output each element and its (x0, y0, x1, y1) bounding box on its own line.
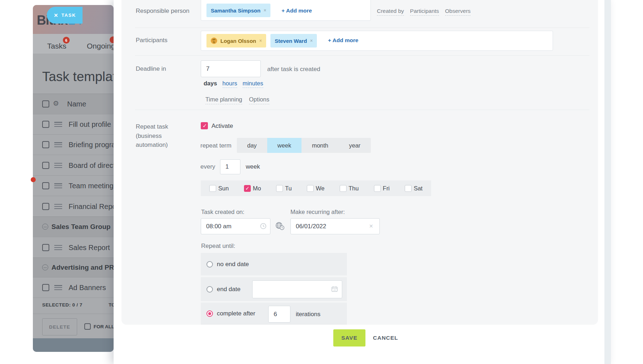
unit-minutes[interactable]: minutes (243, 80, 263, 88)
drag-handle-icon[interactable] (54, 245, 62, 250)
row-label: Board of director (69, 161, 114, 169)
table-row[interactable]: Board of director (33, 155, 114, 175)
every-input[interactable] (220, 159, 240, 174)
term-day[interactable]: day (237, 138, 267, 153)
term-month[interactable]: month (301, 138, 339, 153)
row-checkbox[interactable] (42, 141, 49, 148)
weekday-checkbox[interactable] (276, 185, 283, 192)
group-label: Advertising and PR (51, 264, 114, 271)
cancel-button[interactable]: CANCEL (373, 329, 398, 346)
weekday-checkbox[interactable] (244, 185, 251, 192)
close-icon[interactable]: × (54, 12, 58, 19)
deadline-input[interactable] (201, 60, 261, 77)
collapse-icon[interactable] (42, 224, 48, 230)
table-row[interactable]: Team meeting ag (33, 175, 114, 196)
drag-handle-icon[interactable] (54, 122, 62, 127)
tab-options[interactable]: Options (249, 96, 269, 104)
row-label: Ad Banners (69, 284, 106, 292)
remove-icon[interactable]: × (310, 38, 313, 43)
activate-checkbox[interactable] (201, 122, 208, 129)
weekday-sat[interactable]: Sat (405, 185, 423, 192)
weekday-thu[interactable]: Thu (340, 185, 359, 192)
collapse-icon[interactable] (42, 264, 48, 270)
row-label: Briefing program (69, 141, 114, 149)
observers-link[interactable]: Observers (445, 8, 471, 16)
weekday-sun[interactable]: Sun (209, 185, 229, 192)
iterations-input[interactable] (268, 306, 290, 323)
weekday-mo[interactable]: Mo (244, 185, 261, 192)
row-checkbox[interactable] (42, 284, 49, 291)
until-option-no-end-date[interactable]: no end date (201, 253, 347, 275)
table-row[interactable]: Financial Report (33, 196, 114, 216)
task-template-slider: Responsible person Samantha Simpson × + … (114, 0, 611, 364)
drag-handle-icon[interactable] (54, 163, 62, 168)
weekday-fri[interactable]: Fri (374, 185, 390, 192)
repeat-task-label: Repeat task (business automation) (136, 122, 168, 150)
tab-tasks[interactable]: Tasks (47, 42, 66, 50)
participants-link[interactable]: Participants (410, 8, 439, 16)
term-year[interactable]: year (339, 138, 371, 153)
drag-handle-icon[interactable] (54, 142, 62, 147)
table-row[interactable]: Sales Report (33, 237, 114, 258)
term-week[interactable]: week (267, 138, 302, 153)
row-label: Team meeting ag (69, 182, 114, 190)
unit-hours[interactable]: hours (223, 80, 237, 88)
row-checkbox[interactable] (42, 244, 49, 251)
weekday-checkbox[interactable] (340, 185, 347, 192)
row-checkbox[interactable] (42, 182, 49, 189)
calendar-icon[interactable]: 24 (332, 286, 338, 292)
clear-icon[interactable]: ✕ (369, 223, 373, 229)
weekday-tu[interactable]: Tu (276, 185, 292, 192)
select-all-checkbox[interactable] (42, 100, 49, 108)
drag-handle-icon[interactable] (54, 204, 62, 209)
weekday-we[interactable]: We (307, 185, 324, 192)
delete-button[interactable]: DELETE (42, 318, 77, 335)
deadline-suffix: after task is created (267, 66, 320, 73)
total-label-clipped: TO (109, 302, 114, 308)
group-row[interactable]: Sales Team Group (33, 216, 114, 237)
created-by-link[interactable]: Created by (377, 8, 404, 16)
option-label: complete after (217, 310, 255, 317)
group-row[interactable]: Advertising and PR (33, 258, 114, 277)
row-checkbox[interactable] (42, 162, 49, 169)
weekday-checkbox[interactable] (374, 185, 381, 192)
row-checkbox[interactable] (42, 203, 49, 210)
recurring-after-date-input[interactable] (290, 218, 380, 234)
for-all-checkbox[interactable] (84, 323, 91, 330)
table-row[interactable]: Briefing program (33, 134, 114, 155)
weekday-checkbox[interactable] (405, 185, 412, 192)
unit-days[interactable]: days (204, 80, 217, 88)
remove-icon[interactable]: × (264, 8, 266, 13)
deadline-units: days hours minutes (204, 80, 263, 88)
divider (135, 55, 589, 56)
weekday-checkbox[interactable] (307, 185, 314, 192)
gear-icon[interactable]: ⚙ (53, 99, 59, 107)
slider-tab-label: TASK (61, 13, 76, 18)
tab-ongoing[interactable]: Ongoing (87, 42, 114, 50)
save-button[interactable]: SAVE (333, 329, 365, 346)
drag-handle-icon[interactable] (54, 285, 62, 290)
end-date-input[interactable] (252, 280, 342, 298)
clock-icon[interactable] (260, 223, 266, 229)
slider-close-tab[interactable]: × TASK (47, 7, 83, 24)
table-row[interactable]: Ad Banners (33, 277, 114, 298)
repeat-term-label: repeat term (200, 142, 231, 149)
table-row[interactable]: Fill out profile (33, 114, 114, 134)
add-responsible-link[interactable]: + Add more (281, 8, 312, 14)
selected-label: SELECTED: (42, 302, 71, 308)
radio[interactable] (206, 310, 213, 317)
scrollbar-track[interactable] (604, 0, 611, 364)
radio[interactable] (206, 286, 213, 293)
drag-handle-icon[interactable] (54, 183, 62, 188)
repeat-label-line: automation) (136, 140, 168, 150)
add-participant-link[interactable]: + Add more (328, 37, 358, 44)
participant-chip: Logan Olsson × (206, 34, 266, 48)
weekday-checkbox[interactable] (209, 185, 216, 192)
timezone-globe-clock-icon[interactable] (275, 221, 285, 230)
repeat-label-line: Repeat task (136, 122, 168, 131)
participant-chip: Steven Ward × (270, 34, 317, 48)
row-checkbox[interactable] (42, 121, 49, 128)
tab-time-planning[interactable]: Time planning (205, 96, 242, 104)
remove-icon[interactable]: × (259, 38, 262, 43)
radio[interactable] (206, 261, 213, 268)
